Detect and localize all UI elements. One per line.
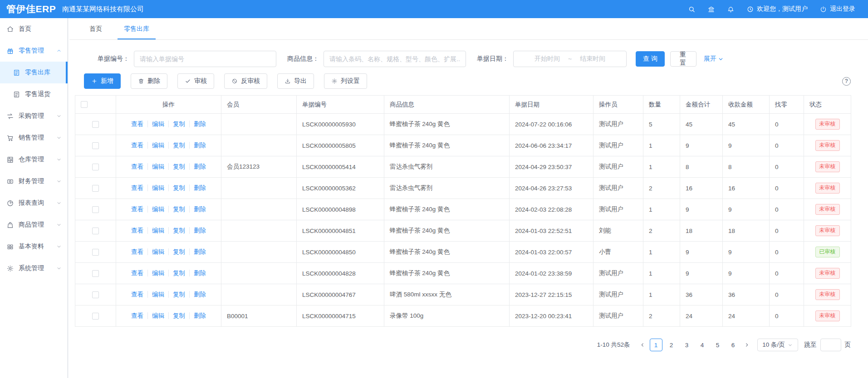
action-view-link[interactable]: 查看 bbox=[131, 291, 143, 298]
action-copy-link[interactable]: 复制 bbox=[168, 206, 185, 213]
action-view-link[interactable]: 查看 bbox=[131, 227, 143, 234]
action-view-link[interactable]: 查看 bbox=[131, 312, 143, 319]
cell-product: 蜂蜜柚子茶 240g 黄色 bbox=[384, 242, 510, 263]
action-copy-link[interactable]: 复制 bbox=[168, 184, 185, 191]
action-edit-link[interactable]: 编辑 bbox=[147, 270, 164, 276]
pagination-pages: 123456 bbox=[648, 339, 741, 351]
action-edit-link[interactable]: 编辑 bbox=[147, 248, 164, 255]
action-edit-link[interactable]: 编辑 bbox=[147, 206, 164, 213]
bill-no-input[interactable] bbox=[134, 51, 276, 67]
sidebar-item-goods[interactable]: 商品管理 bbox=[0, 214, 68, 236]
row-checkbox[interactable] bbox=[92, 206, 99, 213]
action-copy-link[interactable]: 复制 bbox=[168, 312, 185, 319]
action-delete-link[interactable]: 删除 bbox=[189, 227, 206, 234]
expand-link[interactable]: 展开 bbox=[704, 55, 724, 63]
sidebar-item-warehouse[interactable]: 仓库管理 bbox=[0, 149, 68, 170]
action-edit-link[interactable]: 编辑 bbox=[147, 184, 164, 191]
action-copy-link[interactable]: 复制 bbox=[168, 142, 185, 149]
row-checkbox[interactable] bbox=[92, 185, 99, 192]
page-button-1[interactable]: 1 bbox=[650, 339, 662, 351]
action-copy-link[interactable]: 复制 bbox=[168, 270, 185, 276]
page-button-2[interactable]: 2 bbox=[665, 339, 678, 351]
next-page-button[interactable] bbox=[741, 339, 753, 351]
row-checkbox[interactable] bbox=[92, 121, 99, 128]
action-delete-link[interactable]: 删除 bbox=[189, 291, 206, 298]
product-info-input[interactable] bbox=[324, 51, 466, 67]
date-range-picker[interactable]: 开始时间 ~ 结束时间 bbox=[513, 51, 627, 67]
sidebar-item-sales[interactable]: 销售管理 bbox=[0, 127, 68, 149]
action-edit-link[interactable]: 编辑 bbox=[147, 312, 164, 319]
action-copy-link[interactable]: 复制 bbox=[168, 121, 185, 127]
tab-retail-outbound[interactable]: 零售出库 bbox=[118, 18, 156, 39]
select-all-checkbox[interactable] bbox=[81, 101, 88, 108]
action-copy-link[interactable]: 复制 bbox=[168, 291, 185, 298]
action-view-link[interactable]: 查看 bbox=[131, 248, 143, 255]
jump-to-input[interactable] bbox=[820, 339, 841, 351]
column-settings-button[interactable]: 列设置 bbox=[324, 73, 367, 89]
sidebar-item-reports[interactable]: 报表查询 bbox=[0, 192, 68, 214]
action-delete-link[interactable]: 删除 bbox=[189, 312, 206, 319]
action-delete-link[interactable]: 删除 bbox=[189, 270, 206, 276]
cell-member bbox=[221, 284, 297, 305]
page-button-4[interactable]: 4 bbox=[696, 339, 709, 351]
action-view-link[interactable]: 查看 bbox=[131, 206, 143, 213]
row-checkbox[interactable] bbox=[92, 313, 99, 320]
sidebar-item-purchase[interactable]: 采购管理 bbox=[0, 105, 68, 127]
prev-page-button[interactable] bbox=[637, 339, 648, 351]
sidebar-item-retail-outbound[interactable]: 零售出库 bbox=[0, 62, 68, 83]
action-delete-link[interactable]: 删除 bbox=[189, 121, 206, 127]
unaudit-button[interactable]: 反审核 bbox=[224, 73, 267, 89]
search-icon[interactable] bbox=[688, 5, 696, 13]
row-checkbox[interactable] bbox=[92, 270, 99, 277]
action-edit-link[interactable]: 编辑 bbox=[147, 121, 164, 127]
action-delete-link[interactable]: 删除 bbox=[189, 206, 206, 213]
search-button[interactable]: 查 询 bbox=[636, 51, 665, 67]
row-checkbox[interactable] bbox=[92, 228, 99, 234]
action-edit-link[interactable]: 编辑 bbox=[147, 142, 164, 149]
action-edit-link[interactable]: 编辑 bbox=[147, 291, 164, 298]
page-button-6[interactable]: 6 bbox=[727, 339, 740, 351]
action-delete-link[interactable]: 删除 bbox=[189, 248, 206, 255]
action-copy-link[interactable]: 复制 bbox=[168, 248, 185, 255]
row-checkbox[interactable] bbox=[92, 142, 99, 149]
action-view-link[interactable]: 查看 bbox=[131, 121, 143, 127]
delete-button[interactable]: 删除 bbox=[131, 73, 167, 89]
export-button[interactable]: 导出 bbox=[277, 73, 314, 89]
action-view-link[interactable]: 查看 bbox=[131, 142, 143, 149]
sidebar-item-system[interactable]: 系统管理 bbox=[0, 257, 68, 279]
page-button-3[interactable]: 3 bbox=[681, 339, 693, 351]
add-button[interactable]: 新增 bbox=[84, 73, 121, 89]
doc-icon bbox=[13, 91, 20, 98]
action-delete-link[interactable]: 删除 bbox=[189, 184, 206, 191]
action-view-link[interactable]: 查看 bbox=[131, 184, 143, 191]
sidebar-item-basic[interactable]: 基本资料 bbox=[0, 236, 68, 257]
action-copy-link[interactable]: 复制 bbox=[168, 163, 185, 170]
action-copy-link[interactable]: 复制 bbox=[168, 227, 185, 234]
sidebar-item-finance[interactable]: 财务管理 bbox=[0, 170, 68, 192]
row-checkbox[interactable] bbox=[92, 291, 99, 298]
reset-button[interactable]: 重 置 bbox=[670, 51, 696, 67]
user-welcome[interactable]: 欢迎您，测试用户 bbox=[746, 5, 808, 13]
cell-member bbox=[221, 220, 297, 242]
sidebar-item-home[interactable]: 首页 bbox=[0, 18, 68, 40]
sidebar-item-retail[interactable]: 零售管理 bbox=[0, 40, 68, 62]
logout-button[interactable]: 退出登录 bbox=[819, 5, 855, 13]
row-select-cell bbox=[75, 220, 116, 242]
action-view-link[interactable]: 查看 bbox=[131, 163, 143, 170]
row-checkbox[interactable] bbox=[92, 164, 99, 170]
page-button-5[interactable]: 5 bbox=[711, 339, 724, 351]
sidebar-item-retail-return[interactable]: 零售退货 bbox=[0, 83, 68, 105]
action-edit-link[interactable]: 编辑 bbox=[147, 227, 164, 234]
audit-button[interactable]: 审核 bbox=[177, 73, 214, 89]
action-delete-link[interactable]: 删除 bbox=[189, 163, 206, 170]
action-edit-link[interactable]: 编辑 bbox=[147, 163, 164, 170]
action-view-link[interactable]: 查看 bbox=[131, 270, 143, 276]
cell-operator: 测试用户 bbox=[593, 199, 643, 220]
help-icon[interactable] bbox=[842, 77, 851, 86]
action-delete-link[interactable]: 删除 bbox=[189, 142, 206, 149]
tab-home[interactable]: 首页 bbox=[83, 18, 108, 39]
row-checkbox[interactable] bbox=[92, 249, 99, 256]
page-size-select[interactable]: 10 条/页 bbox=[757, 339, 798, 351]
bell-icon[interactable] bbox=[727, 5, 735, 13]
bank-icon[interactable] bbox=[707, 5, 715, 13]
